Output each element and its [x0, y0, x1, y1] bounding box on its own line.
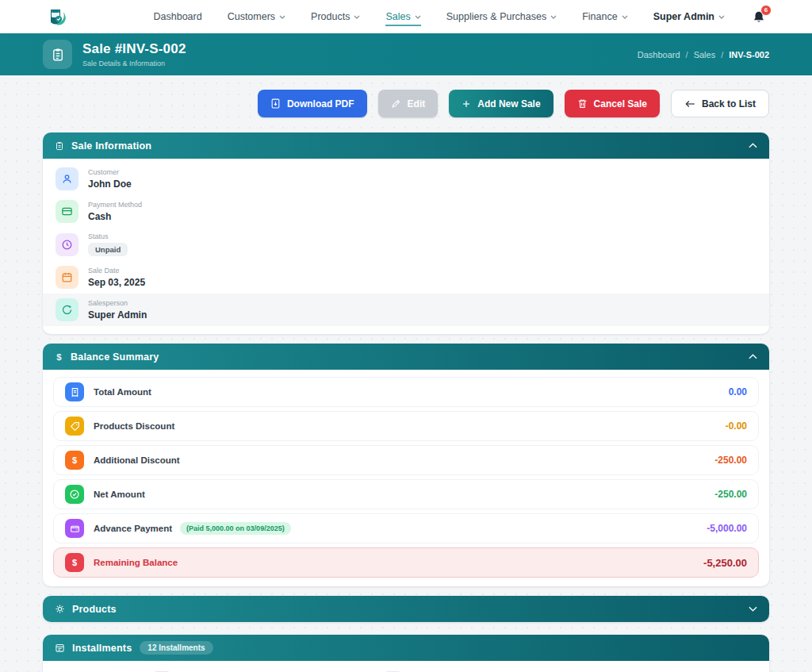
chevron-up-icon[interactable] — [749, 143, 757, 148]
clipboard-icon — [51, 48, 65, 62]
nav-item-dashboard[interactable]: Dashboard — [154, 11, 202, 22]
clipboard-icon — [55, 141, 64, 151]
notifications-button[interactable]: 6 — [752, 10, 766, 25]
app-logo[interactable] — [44, 5, 68, 29]
credit-card-icon — [56, 200, 79, 223]
field-sale-date: Sale Date Sep 03, 2025 — [43, 261, 769, 294]
field-label: Customer — [88, 168, 132, 176]
calendar-icon — [56, 266, 79, 289]
check-circle-icon — [65, 485, 84, 504]
cancel-sale-button[interactable]: Cancel Sale — [565, 90, 660, 117]
installments-tabs: Unpaid Installments 12 Paid Installments… — [43, 661, 769, 672]
nav-label: Products — [311, 11, 350, 22]
balance-row-total-amount: Total Amount 0.00 — [53, 377, 759, 407]
balance-row-remaining-balance: $ Remaining Balance -5,250.00 — [53, 547, 759, 578]
receipt-icon — [65, 382, 84, 401]
balance-label: Additional Discount — [94, 455, 180, 465]
tag-icon — [65, 417, 84, 436]
clock-icon — [56, 233, 79, 256]
button-label: Cancel Sale — [594, 98, 647, 109]
button-label: Download PDF — [287, 98, 354, 109]
breadcrumb-dashboard[interactable]: Dashboard — [638, 50, 680, 60]
download-pdf-button[interactable]: Download PDF — [258, 90, 367, 117]
nav-item-user-menu[interactable]: Super Admin — [653, 11, 725, 22]
breadcrumb-sales[interactable]: Sales — [694, 50, 716, 60]
section-title: Installments — [72, 643, 132, 654]
nav-item-customers[interactable]: Customers — [228, 11, 285, 22]
nav-item-products[interactable]: Products — [311, 11, 360, 22]
balance-value: -250.00 — [714, 489, 747, 500]
field-value: Sep 03, 2025 — [88, 277, 145, 288]
balance-row-advance-payment: Advance Payment (Paid 5,000.00 on 03/09/… — [53, 513, 759, 543]
balance-value: -5,250.00 — [703, 557, 747, 569]
balance-summary-header[interactable]: $ Balance Summary — [43, 344, 769, 370]
balance-label: Advance Payment — [94, 524, 172, 533]
add-new-sale-button[interactable]: Add New Sale — [449, 90, 553, 117]
plus-icon — [462, 99, 471, 109]
top-navigation: Dashboard Customers Products Sales Suppl… — [0, 0, 812, 33]
dollar-icon: $ — [65, 553, 84, 572]
nav-menu: Dashboard Customers Products Sales Suppl… — [154, 11, 725, 22]
advance-paid-badge: (Paid 5,000.00 on 03/09/2025) — [180, 522, 291, 535]
sale-header-icon-box — [43, 40, 72, 69]
notification-count-badge: 6 — [760, 5, 772, 16]
products-card: Products — [43, 596, 769, 622]
balance-label: Net Amount — [94, 490, 145, 499]
balance-label: Total Amount — [94, 387, 151, 397]
nav-item-finance[interactable]: Finance — [582, 11, 627, 22]
salesperson-icon — [56, 298, 79, 321]
back-to-list-button[interactable]: Back to List — [671, 90, 769, 117]
balance-row-net-amount: Net Amount -250.00 — [53, 479, 759, 509]
products-header[interactable]: Products — [43, 596, 769, 622]
chevron-down-icon — [718, 15, 725, 19]
button-label: Back to List — [702, 98, 756, 109]
field-value: Cash — [88, 211, 142, 222]
wallet-icon — [65, 519, 84, 538]
nav-label: Customers — [228, 11, 275, 22]
field-label: Sale Date — [88, 267, 145, 275]
field-status: Status Unpaid — [43, 228, 769, 261]
field-label: Payment Method — [88, 201, 142, 209]
balance-label: Remaining Balance — [94, 558, 178, 567]
breadcrumb-separator: / — [686, 50, 688, 60]
svg-text:$: $ — [56, 352, 62, 362]
section-title: Balance Summary — [71, 351, 159, 363]
page-title: Sale #INV-S-002 — [82, 41, 186, 57]
calendar-list-icon — [55, 643, 65, 653]
chevron-down-icon — [622, 15, 628, 19]
section-title: Sale Information — [71, 140, 151, 152]
page-subtitle: Sale Details & Information — [82, 60, 186, 67]
field-label: Salesperson — [88, 299, 147, 307]
arrow-left-icon — [684, 99, 695, 109]
balance-summary-body: Total Amount 0.00 Products Discount -0.0… — [43, 370, 769, 586]
edit-button[interactable]: Edit — [378, 90, 439, 117]
installments-header[interactable]: Installments 12 Installments — [43, 635, 769, 661]
pencil-icon — [391, 98, 401, 109]
balance-value: -5,000.00 — [707, 523, 747, 534]
gear-icon — [55, 604, 65, 614]
breadcrumb-current: INV-S-002 — [729, 50, 769, 60]
user-icon — [56, 167, 79, 190]
button-label: Add New Sale — [477, 98, 540, 109]
section-title: Products — [72, 604, 117, 615]
nav-item-suppliers-purchases[interactable]: Suppliers & Purchases — [446, 11, 557, 22]
installments-card: Installments 12 Installments Unpaid Inst… — [43, 635, 769, 672]
chevron-down-icon — [354, 15, 360, 19]
balance-value: -250.00 — [714, 455, 747, 466]
breadcrumb-separator: / — [721, 50, 723, 60]
nav-label: Finance — [582, 11, 617, 22]
balance-label: Products Discount — [94, 421, 174, 431]
chevron-up-icon[interactable] — [749, 354, 757, 359]
field-customer: Customer John Doe — [43, 163, 769, 195]
field-salesperson: Salesperson Super Admin — [43, 294, 769, 326]
sale-information-card: Sale Information Customer John Doe Payme… — [43, 132, 769, 334]
field-label: Status — [88, 232, 128, 240]
action-buttons-row: Download PDF Edit Add New Sale Cancel Sa… — [43, 90, 769, 117]
sale-information-header[interactable]: Sale Information — [43, 132, 769, 159]
nav-item-sales[interactable]: Sales — [385, 11, 420, 26]
chevron-down-icon[interactable] — [749, 606, 757, 612]
field-value: Super Admin — [88, 309, 147, 321]
breadcrumb: Dashboard / Sales / INV-S-002 — [638, 50, 769, 60]
installments-count-badge: 12 Installments — [140, 641, 213, 655]
chevron-down-icon — [550, 15, 557, 19]
